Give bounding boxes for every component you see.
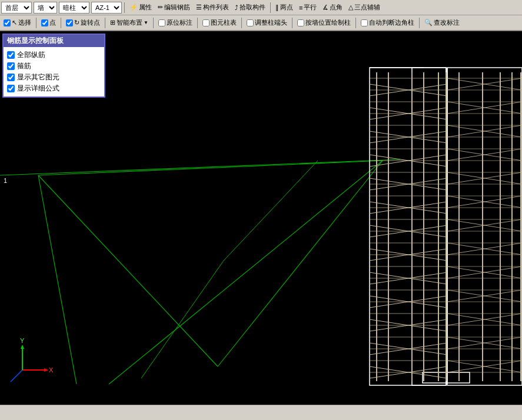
parallel-icon: ≡ (299, 4, 302, 11)
autocuttri-checkbox[interactable] (361, 19, 368, 26)
svg-line-7 (0, 159, 400, 175)
point-btn[interactable]: 点 (39, 17, 58, 28)
smartlayout-btn[interactable]: ⊞ 智能布置 ▼ (108, 17, 151, 28)
modmark-btn[interactable]: 🔍 查改标注 (422, 17, 462, 28)
drawbyloc-checkbox[interactable] (297, 19, 304, 26)
ptangle-btn[interactable]: ∡ 点角 (320, 2, 345, 13)
sep6 (153, 18, 154, 28)
col-select[interactable]: 暗柱 (59, 2, 89, 14)
attr-icon: ⚡ (129, 4, 138, 11)
rotate-btn[interactable]: ↻ 旋转点 (64, 17, 102, 28)
rebar-panel-body: 全部纵筋 箍筋 显示其它图元 显示详细公式 (4, 47, 104, 96)
pickup-btn[interactable]: ⤴ 拾取构件 (232, 2, 268, 13)
smartlayout-arrow: ▼ (144, 20, 148, 25)
sep1 (124, 2, 125, 13)
pickup-icon: ⤴ (235, 4, 238, 11)
svg-line-5 (224, 161, 318, 261)
drawbyloc-btn[interactable]: 按墙位置绘制柱 (295, 17, 353, 28)
toolbar-row2: ↖ 选择 点 ↻ 旋转点 ⊞ 智能布置 ▼ 原位标注 图元柱表 (0, 15, 522, 31)
origmark-btn[interactable]: 原位标注 (156, 17, 195, 28)
panel-item-0: 全部纵筋 (7, 49, 101, 61)
threept-icon: △ (348, 4, 353, 11)
sep10 (355, 18, 356, 28)
floor-select[interactable]: 首层 (1, 2, 32, 14)
sep4 (61, 18, 61, 28)
parallel-btn[interactable]: ≡ 平行 (297, 2, 319, 13)
svg-line-1 (38, 175, 218, 366)
toolbar-row1: 首层 墙 暗柱 AZ-1 ⚡ 属性 ✏ 编辑钢筋 ☰ 构件列表 ⤴ (0, 0, 522, 15)
select-checkbox[interactable] (4, 19, 11, 26)
point-checkbox[interactable] (41, 19, 48, 26)
panel-item-2: 显示其它图元 (7, 72, 101, 83)
comp-list-btn[interactable]: ☰ 构件列表 (194, 2, 231, 13)
threept-btn[interactable]: △ 三点辅辅 (346, 2, 383, 13)
modmark-icon: 🔍 (424, 19, 433, 26)
edit-rebar-btn[interactable]: ✏ 编辑钢筋 (155, 2, 192, 13)
rebar-panel-title: 钢筋显示控制面板 (4, 35, 104, 47)
svg-line-0 (38, 161, 383, 175)
checkbox-stirrup[interactable] (7, 62, 15, 70)
checkbox-detail-formula[interactable] (7, 85, 15, 92)
edit-rebar-icon: ✏ (158, 4, 163, 11)
svg-marker-131 (44, 368, 48, 372)
svg-rect-8 (370, 68, 446, 385)
svg-text:X: X (49, 366, 54, 374)
svg-marker-133 (21, 345, 24, 349)
svg-line-2 (38, 175, 77, 384)
sep9 (292, 18, 292, 28)
sep5 (105, 18, 105, 28)
adjustend-checkbox[interactable] (247, 19, 254, 26)
checkbox-other-elements[interactable] (7, 74, 15, 81)
origmark-checkbox[interactable] (158, 19, 165, 26)
twopoint-icon: ‖ (275, 4, 279, 11)
rebar-panel: 钢筋显示控制面板 全部纵筋 箍筋 显示其它图元 显示详细公式 (2, 34, 105, 98)
comp-list-icon: ☰ (196, 4, 202, 11)
figtable-checkbox[interactable] (202, 19, 210, 26)
figtable-btn[interactable]: 图元柱表 (200, 17, 239, 28)
wall-select[interactable]: 墙 (34, 2, 57, 14)
select-btn[interactable]: ↖ 选择 (1, 17, 34, 28)
sep3 (36, 18, 36, 28)
attr-btn[interactable]: ⚡ 属性 (127, 2, 154, 13)
svg-line-3 (109, 161, 383, 384)
sep11 (419, 18, 420, 28)
sep2 (270, 2, 271, 13)
rotate-checkbox[interactable] (66, 19, 73, 26)
statusbar (0, 405, 522, 420)
autocuttri-btn[interactable]: 自动判断边角柱 (358, 17, 417, 28)
panel-item-3: 显示详细公式 (7, 83, 101, 94)
toolbar-container: 首层 墙 暗柱 AZ-1 ⚡ 属性 ✏ 编辑钢筋 ☰ 构件列表 ⤴ (0, 0, 522, 31)
svg-line-134 (11, 370, 22, 382)
rotate-icon: ↻ (74, 19, 79, 26)
sep8 (241, 18, 242, 28)
main-viewport: 1 X Y 钢筋显示控制面板 全部纵筋 箍筋 显 (0, 31, 522, 392)
adjustend-btn[interactable]: 调整柱端头 (244, 17, 290, 28)
select-icon: ↖ (12, 19, 17, 26)
smartlayout-icon: ⊞ (110, 19, 115, 26)
az-select[interactable]: AZ-1 (91, 2, 122, 14)
sep7 (197, 18, 198, 28)
floor-select-group: 首层 墙 暗柱 AZ-1 (1, 2, 122, 14)
svg-line-6 (141, 261, 224, 378)
ptangle-icon: ∡ (322, 4, 328, 11)
svg-text:1: 1 (4, 177, 7, 184)
checkbox-longitudinal[interactable] (7, 51, 15, 59)
svg-text:Y: Y (20, 337, 25, 344)
panel-item-1: 箍筋 (7, 61, 101, 72)
svg-line-4 (218, 161, 383, 366)
twopoint-btn[interactable]: ‖ 两点 (273, 2, 295, 13)
